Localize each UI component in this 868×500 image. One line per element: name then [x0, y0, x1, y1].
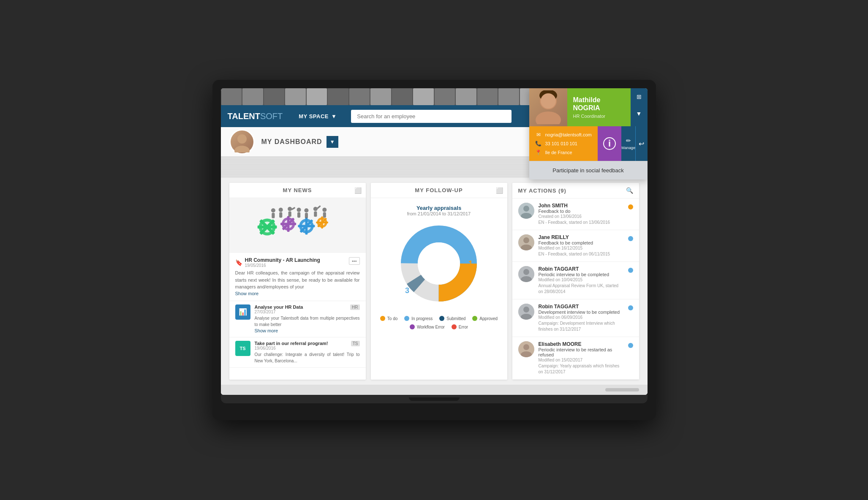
profile-photo	[529, 88, 567, 126]
followup-expand-button[interactable]: ⬜	[496, 187, 503, 194]
action-item-elisabeth[interactable]: Elisabeth MOORE Periodic interview to be…	[512, 337, 639, 380]
my-space-button[interactable]: MY SPACE ▼	[293, 111, 343, 122]
profile-location-row: 📍 Ile de France	[535, 149, 592, 156]
profile-phone-row: 📞 33 101 010 101	[535, 140, 592, 147]
svg-rect-34	[314, 211, 317, 217]
news-item-referral: TS Take part in our referral program! 19…	[229, 337, 366, 368]
profile-header-actions: ⊞ ▼	[631, 88, 648, 126]
dashboard-title-area: MY DASHBOARD ▼	[261, 136, 338, 148]
news-more-button[interactable]: •••	[349, 257, 360, 265]
profile-email: nogria@talentsoft.com	[545, 132, 592, 137]
scrollbar[interactable]	[605, 388, 639, 391]
action-item-john[interactable]: John SMITH Feedback to do Created on 13/…	[512, 198, 639, 230]
action-content-robin1: Robin TAGGART Periodic interview to be c…	[539, 266, 624, 295]
action-item-robin1[interactable]: Robin TAGGART Periodic interview to be c…	[512, 262, 639, 299]
svg-point-31	[304, 208, 308, 212]
svg-point-24	[279, 208, 283, 212]
chart-legend: To do In progress Submitted Approve	[371, 312, 507, 336]
action-type-john: Feedback to do	[539, 209, 624, 214]
news-analyse-title: Analyse your HR Data	[255, 304, 303, 310]
dashboard-dropdown-button[interactable]: ▼	[327, 136, 338, 148]
news-item-analyse: 📊 Analyse your HR Data 27/03/2017 HR Ana…	[229, 301, 366, 337]
action-content-robin2: Robin TAGGART Development interview to b…	[539, 304, 624, 332]
actions-header: MY ACTIONS (9) 🔍	[512, 183, 639, 198]
legend-dot-inprogress	[404, 316, 409, 321]
news-expand-button[interactable]: ⬜	[354, 187, 362, 194]
news-main-title: HR Community - AR Launching	[245, 257, 320, 263]
legend-label-inprogress: In progress	[411, 316, 433, 321]
actions-title: MY ACTIONS (9)	[518, 188, 566, 194]
svg-point-50	[523, 269, 529, 275]
followup-panel-title: MY FOLLOW-UP	[415, 187, 463, 193]
news-referral-date: 19/06/2016	[255, 346, 328, 351]
svg-point-41	[418, 242, 460, 285]
action-type-robin1: Periodic interview to be completed	[539, 272, 624, 277]
svg-point-36	[322, 208, 327, 212]
action-name-robin2: Robin TAGGART	[539, 304, 624, 310]
news-main-text: Dear HR colleagues, the campaign of the …	[235, 269, 360, 291]
action-meta-jane: Modified on 16/12/2015 EN - Feedback, st…	[539, 245, 624, 257]
legend-label-workflow-error: Workflow Error	[417, 325, 445, 329]
profile-details: ✉ nogria@talentsoft.com 📞 33 101 010 101…	[529, 126, 598, 161]
action-meta-robin2: Modified on 06/09/2016 Campaign: Develop…	[539, 315, 624, 332]
profile-chevron-down-button[interactable]: ▼	[631, 105, 648, 122]
email-icon: ✉	[535, 131, 542, 138]
profile-grid-button[interactable]: ⊞	[631, 88, 648, 105]
laptop-notch	[409, 397, 460, 401]
actions-search-button[interactable]: 🔍	[626, 187, 633, 194]
profile-info-button[interactable]: i	[598, 126, 622, 161]
chart-subtitle: from 21/01/2014 to 31/12/2017	[407, 211, 471, 216]
action-content-elisabeth: Elisabeth MOORE Periodic interview to be…	[539, 341, 624, 375]
svg-rect-25	[279, 212, 282, 218]
news-analyse-show-more[interactable]: Show more	[255, 328, 278, 333]
panels: MY NEWS ⬜	[221, 178, 648, 385]
actions-panel: MY ACTIONS (9) 🔍 Jo	[512, 183, 639, 380]
action-name-elisabeth: Elisabeth MOORE	[539, 341, 624, 347]
action-meta-robin1: Modified on 10/04/2015 Annual Appraisal …	[539, 277, 624, 295]
action-content-jane: Jane REILLY Feedback to be completed Mod…	[539, 234, 624, 257]
legend-dot-todo	[380, 316, 385, 321]
action-name-john: John SMITH	[539, 203, 624, 209]
news-referral-text: Our challenge: Integrate a diversity of …	[255, 351, 360, 364]
svg-point-0	[237, 134, 247, 144]
action-name-robin1: Robin TAGGART	[539, 266, 624, 272]
news-show-more[interactable]: Show more	[235, 291, 259, 296]
donut-chart: 1 3	[397, 221, 481, 306]
news-referral-content: Take part in our referral program! 19/06…	[255, 341, 360, 364]
action-meta-john: Created on 13/06/2016 EN - Feedback, sta…	[539, 214, 624, 226]
news-thumb-referral: TS	[235, 341, 250, 356]
search-input[interactable]	[351, 110, 512, 123]
news-analyse-tag: HR	[350, 304, 359, 310]
svg-point-59	[536, 111, 561, 124]
participate-social-feedback-button[interactable]: Participate in social feedback	[529, 161, 648, 179]
action-item-robin2[interactable]: Robin TAGGART Development interview to b…	[512, 299, 639, 337]
action-dot-jane	[628, 236, 633, 241]
logout-button[interactable]: ↩	[635, 126, 648, 161]
manage-button[interactable]: ✏ Manage	[621, 126, 635, 161]
action-dot-robin1	[628, 268, 633, 273]
profile-first-name: Mathilde	[573, 96, 625, 104]
logout-icon: ↩	[639, 140, 644, 148]
profile-header: Mathilde NOGRIA HR Coordinator ⊞ ▼	[529, 88, 648, 126]
action-avatar-jane	[518, 234, 534, 250]
dashboard-avatar	[229, 129, 255, 155]
profile-job-title: HR Coordinator	[573, 114, 625, 119]
action-item-jane[interactable]: Jane REILLY Feedback to be completed Mod…	[512, 230, 639, 262]
legend-dot-submitted	[439, 316, 444, 321]
laptop-frame: TALENTSOFT MY SPACE ▼ CA	[212, 80, 656, 420]
location-icon: 📍	[535, 149, 542, 156]
info-icon: i	[603, 137, 616, 150]
svg-point-53	[523, 307, 529, 312]
news-panel-title: MY NEWS	[283, 187, 312, 193]
manage-label: Manage	[621, 146, 635, 150]
svg-rect-23	[272, 213, 275, 218]
svg-point-1	[234, 146, 250, 152]
legend-label-error: Error	[459, 325, 468, 329]
action-type-jane: Feedback to be completed	[539, 240, 624, 245]
followup-panel-header: MY FOLLOW-UP ⬜	[371, 183, 507, 198]
news-thumb-analyse: 📊	[235, 304, 250, 320]
news-image	[229, 198, 366, 253]
action-dot-robin2	[628, 305, 633, 310]
svg-point-26	[288, 207, 292, 211]
action-avatar-john	[518, 203, 534, 219]
